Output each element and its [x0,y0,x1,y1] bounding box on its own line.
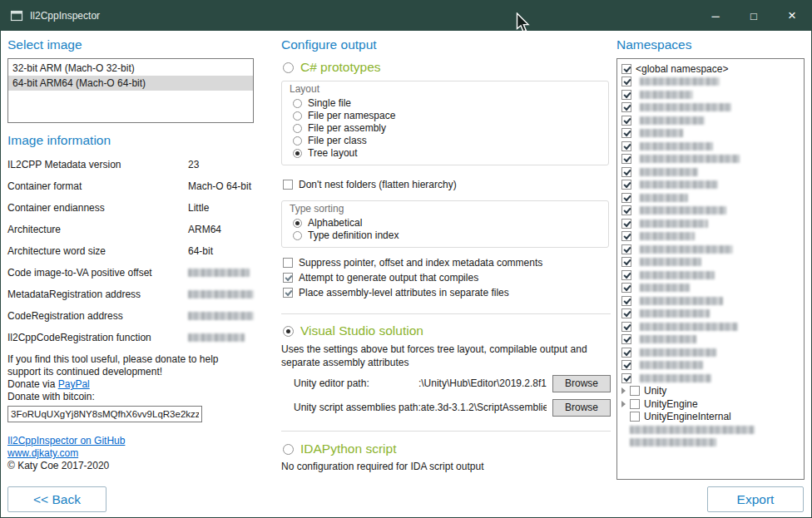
namespace-checkbox[interactable] [621,283,631,293]
namespace-checkbox[interactable] [621,257,631,267]
namespace-item[interactable] [621,140,804,153]
expander-icon[interactable] [621,401,626,407]
namespace-checkbox[interactable] [621,102,631,112]
namespace-item[interactable] [621,243,804,256]
option-checkbox[interactable] [283,288,293,298]
option-checkbox[interactable] [283,273,293,283]
namespace-item[interactable] [621,101,804,115]
radio-icon[interactable] [293,99,302,108]
namespace-checkbox[interactable] [621,193,631,203]
namespace-checkbox[interactable] [621,360,631,370]
namespace-checkbox[interactable] [621,128,631,138]
namespace-checkbox[interactable] [621,373,631,383]
option-checkbox-row[interactable]: Attempt to generate output that compiles [283,271,611,284]
close-button-icon[interactable]: × [773,1,811,31]
layout-option-row[interactable]: Tree layout [293,147,602,160]
namespace-item[interactable] [621,165,804,179]
namespace-item[interactable] [621,153,804,166]
namespace-item[interactable] [621,308,804,321]
namespace-item[interactable] [621,88,804,101]
namespace-item[interactable] [621,127,804,141]
namespace-item[interactable] [621,114,804,127]
namespace-checkbox[interactable] [621,334,631,344]
namespace-checkbox[interactable] [621,76,631,86]
image-list-item[interactable]: 32-bit ARM (Mach-O 32-bit) [8,61,253,76]
radio-icon[interactable] [293,136,302,146]
namespace-item[interactable] [621,437,804,450]
namespace-item[interactable] [621,76,804,89]
namespace-checkbox[interactable] [621,296,631,306]
ida-radio[interactable] [283,444,294,455]
namespace-checkbox[interactable] [621,90,631,100]
layout-option-row[interactable]: File per assembly [293,122,602,135]
radio-icon[interactable] [293,219,302,228]
namespace-checkbox[interactable] [621,322,631,332]
visual-studio-solution-option[interactable]: Visual Studio solution [283,323,611,339]
browse-script-button[interactable]: Browse [552,399,611,417]
option-checkbox-row[interactable]: Suppress pointer, offset and index metad… [283,256,611,269]
namespace-checkbox[interactable] [621,270,631,280]
namespace-item[interactable]: UnityEngineInternal [621,411,804,424]
paypal-link[interactable]: PayPal [58,378,90,390]
namespace-checkbox[interactable] [630,412,640,422]
layout-option-row[interactable]: Single file [293,97,602,110]
namespace-checkbox[interactable] [621,244,631,254]
namespace-checkbox[interactable] [621,231,631,241]
namespace-item[interactable] [621,205,804,218]
namespace-item[interactable] [621,372,804,385]
github-link[interactable]: Il2CppInspector on GitHub [7,435,125,447]
namespace-checkbox[interactable] [630,399,640,409]
namespace-checkbox[interactable] [630,386,640,396]
namespace-item[interactable] [621,320,804,333]
flatten-checkbox-row[interactable]: Don't nest folders (flatten hierarchy) [283,178,611,191]
namespaces-list[interactable]: <global namespace> [616,58,805,480]
namespace-checkbox[interactable] [621,154,631,164]
browse-editor-button[interactable]: Browse [552,375,611,392]
type-sorting-option-row[interactable]: Alphabetical [293,217,602,229]
namespace-item[interactable]: UnityEngine [621,397,804,411]
namespace-item[interactable] [621,333,804,347]
namespace-item[interactable] [621,256,804,269]
namespace-checkbox[interactable] [621,180,631,190]
minimize-button-icon[interactable]: ─ [696,1,735,31]
namespace-item[interactable] [621,282,804,295]
bitcoin-address-input[interactable] [7,406,202,422]
image-list-item[interactable]: 64-bit ARM64 (Mach-O 64-bit) [8,76,253,91]
namespace-checkbox[interactable] [621,167,631,177]
namespace-checkbox[interactable] [621,205,631,215]
csharp-radio[interactable] [283,62,294,73]
namespace-checkbox[interactable] [621,308,631,318]
idapython-script-option[interactable]: IDAPython script [283,441,611,457]
namespace-item[interactable] [621,294,804,308]
option-checkbox[interactable] [283,258,293,268]
namespace-item[interactable] [621,269,804,282]
namespace-checkbox[interactable] [621,219,631,229]
expander-icon[interactable] [621,387,626,394]
maximize-button-icon[interactable]: □ [735,1,773,31]
namespace-item[interactable] [621,191,804,205]
namespace-item[interactable]: <global namespace> [621,62,804,76]
radio-icon[interactable] [293,231,302,240]
namespace-checkbox[interactable] [621,348,631,358]
export-button[interactable]: Export [707,486,804,512]
layout-option-row[interactable]: File per namespace [293,110,602,122]
radio-icon[interactable] [293,149,302,158]
namespace-item[interactable] [621,423,804,437]
namespace-item[interactable] [621,179,804,192]
back-button[interactable]: << Back [7,486,106,512]
namespace-checkbox[interactable] [621,64,631,74]
namespace-checkbox[interactable] [621,116,631,126]
option-checkbox-row[interactable]: Place assembly-level attributes in separ… [283,286,611,299]
namespace-item[interactable]: Unity [621,385,804,398]
radio-icon[interactable] [293,111,302,121]
type-sorting-option-row[interactable]: Type definition index [293,229,602,242]
namespace-item[interactable] [621,346,804,359]
csharp-prototypes-option[interactable]: C# prototypes [283,59,611,76]
namespace-item[interactable] [621,359,804,372]
radio-icon[interactable] [293,124,302,133]
namespace-checkbox[interactable] [621,141,631,151]
vs-solution-radio[interactable] [283,326,294,337]
namespace-item[interactable] [621,230,804,244]
flatten-checkbox[interactable] [283,180,293,190]
namespace-item[interactable] [621,217,804,230]
